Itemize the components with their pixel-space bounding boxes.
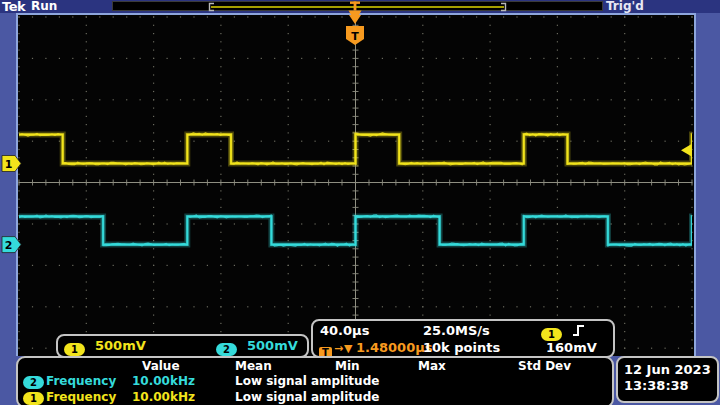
oscilloscope-screen: Tek Run Trig'd 12T 1 500mV 2 500mV 40.0µ… (0, 0, 720, 405)
trigger-status: Trig'd (606, 0, 644, 13)
trigger-slope-icon (571, 323, 586, 338)
channel-scale-readout: 1 500mV 2 500mV (56, 334, 309, 358)
trigger-level-readout: 160mV (546, 340, 597, 355)
time-per-div: 40.0µs (320, 323, 369, 338)
col-header-max: Max (418, 359, 446, 373)
top-status-bar: Tek Run Trig'd (0, 0, 720, 13)
measurement-name: Frequency (46, 390, 116, 404)
trigger-arrow-icon: → (334, 342, 343, 355)
sample-rate: 25.0MS/s (423, 323, 490, 338)
col-header-stddev: Std Dev (518, 359, 571, 373)
ch1-scale: 500mV (95, 338, 146, 353)
measurement-value: 10.00kHz (132, 390, 195, 404)
svg-text:2: 2 (5, 239, 13, 252)
ch2-badge: 2 (23, 376, 44, 389)
ch2-badge: 2 (216, 343, 237, 356)
ch2-scale: 500mV (247, 338, 298, 353)
trigger-position-readout: 1.48000µs (356, 340, 433, 355)
horizontal-trigger-readout: 40.0µs 25.0MS/s 1 T → ▼ 1.48000µs 10k po… (311, 319, 615, 358)
datetime-box: 12 Jun 2023 13:38:38 (616, 356, 719, 403)
record-length: 10k points (423, 340, 500, 355)
measurement-note: Low signal amplitude (235, 390, 379, 404)
date-label: 12 Jun 2023 (618, 362, 717, 378)
measurement-note: Low signal amplitude (235, 374, 379, 388)
measurement-value: 10.00kHz (132, 374, 195, 388)
measurement-name: Frequency (46, 374, 116, 388)
trigger-triangle-icon: ▼ (344, 342, 352, 355)
acquisition-status: Run (31, 0, 57, 13)
brand-logo: Tek (2, 0, 25, 14)
record-view-bar (112, 1, 603, 11)
col-header-mean: Mean (235, 359, 272, 373)
measurement-table: Value Mean Min Max Std Dev 2 Frequency 1… (16, 356, 614, 405)
svg-text:1: 1 (5, 158, 13, 171)
graticule (16, 13, 696, 358)
col-header-value: Value (142, 359, 180, 373)
ch1-badge: 1 (64, 343, 85, 356)
time-label: 13:38:38 (618, 378, 717, 394)
col-header-min: Min (335, 359, 360, 373)
ch1-badge: 1 (23, 392, 44, 405)
